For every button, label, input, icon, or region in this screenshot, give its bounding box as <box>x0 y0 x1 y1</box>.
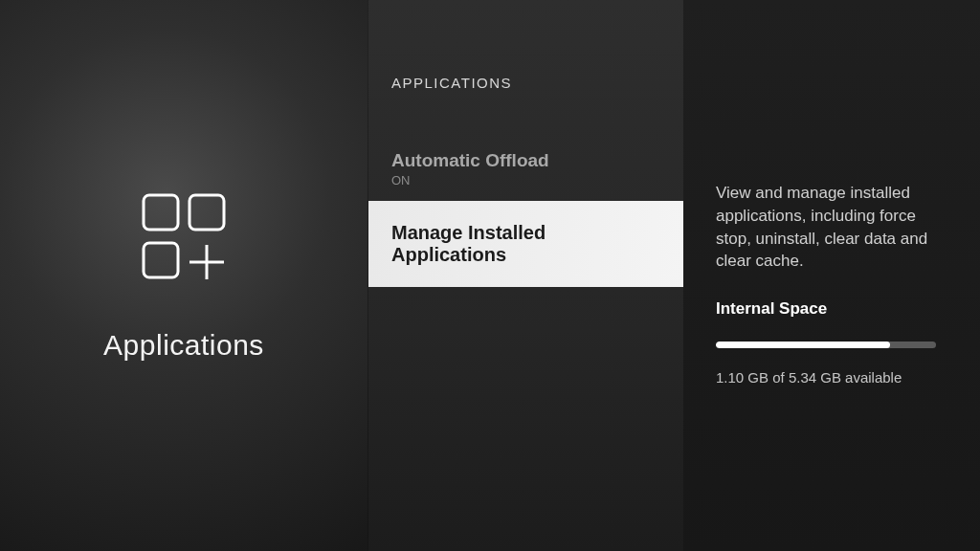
detail-description: View and manage installed applications, … <box>716 182 942 273</box>
menu-item-value: ON <box>391 173 660 187</box>
applications-icon <box>117 189 251 295</box>
left-category-label: Applications <box>103 329 264 362</box>
settings-menu-panel: APPLICATIONS Automatic Offload ON Manage… <box>368 0 683 551</box>
internal-space-progress <box>716 342 936 348</box>
left-category-panel: Applications <box>0 0 368 551</box>
menu-section-title: APPLICATIONS <box>368 75 683 137</box>
internal-space-text: 1.10 GB of 5.34 GB available <box>716 369 942 386</box>
menu-item-label: Manage Installed Applications <box>391 222 660 266</box>
menu-item-manage-installed-applications[interactable]: Manage Installed Applications <box>368 201 683 287</box>
menu-item-label: Automatic Offload <box>391 150 660 171</box>
internal-space-progress-fill <box>716 342 890 348</box>
svg-rect-2 <box>144 243 178 277</box>
menu-item-automatic-offload[interactable]: Automatic Offload ON <box>368 137 683 201</box>
svg-rect-1 <box>189 195 224 230</box>
svg-rect-0 <box>144 195 178 230</box>
internal-space-heading: Internal Space <box>716 299 942 319</box>
detail-panel: View and manage installed applications, … <box>683 0 980 551</box>
